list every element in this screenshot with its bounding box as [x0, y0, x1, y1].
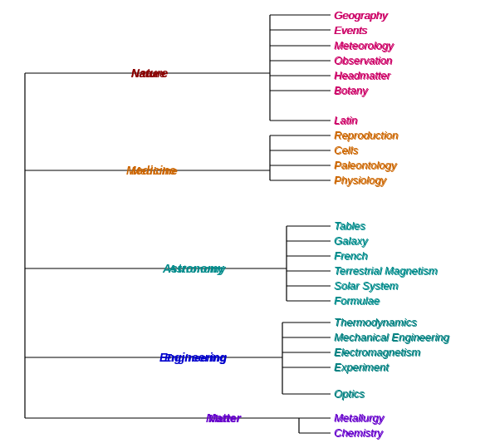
tree-canvas: [0, 0, 490, 448]
